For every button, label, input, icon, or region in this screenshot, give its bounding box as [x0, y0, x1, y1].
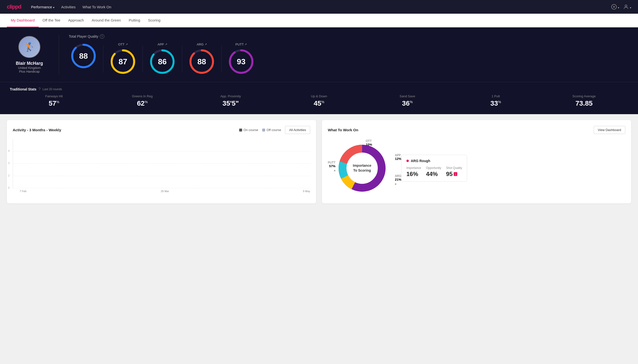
stat-up-and-down: Up & Down 45% — [275, 94, 363, 107]
stat-1-putt: 1 Putt 33% — [452, 94, 540, 107]
donut-chart-wrapper: Importance To Scoring PUTT 57% OTT 10% — [328, 139, 396, 198]
putt-label: PUTT ↗ — [236, 42, 247, 46]
score-app-value: 86 — [158, 57, 167, 66]
x-label-may: 9 May — [213, 190, 310, 193]
putt-dot — [334, 170, 335, 171]
circle-arg: 88 — [188, 48, 215, 75]
score-putt-value: 93 — [237, 57, 246, 66]
scores-section: Total Player Quality ? 88 — [69, 34, 628, 75]
all-activities-button[interactable]: All Activities — [285, 126, 310, 134]
arg-label: ARG ↗ — [196, 42, 207, 46]
arg-metric-opportunity: Opportunity 44% — [426, 166, 441, 178]
wtw-card-header: What To Work On View Dashboard — [328, 126, 625, 134]
legend-off-course: Off course — [262, 128, 281, 132]
activity-header-right: On course Off course All Activities — [239, 126, 310, 134]
putt-arrow-icon: ↗ — [245, 43, 247, 46]
wtw-card: What To Work On View Dashboard Importanc… — [322, 120, 631, 204]
chart-grid: 4 3 2 0 — [13, 139, 310, 188]
hero-inner: 🏌️ Blair McHarg United Kingdom Plus Hand… — [10, 34, 628, 75]
legend-on-course: On course — [239, 128, 258, 132]
arg-metric-importance: Importance 16% — [406, 166, 421, 178]
arg-metric-shot-quality: Shot Quality 95 ↓ — [446, 166, 462, 178]
tab-approach[interactable]: Approach — [64, 14, 88, 28]
bars-container — [15, 139, 310, 188]
tab-putting[interactable]: Putting — [125, 14, 144, 28]
score-app: APP ↗ 86 — [148, 42, 177, 75]
tab-around-the-green[interactable]: Around the Green — [88, 14, 125, 28]
bottom-section: Activity - 3 Months - Weekly On course O… — [0, 114, 638, 209]
hero-divider — [59, 35, 59, 74]
trad-stats-help-icon[interactable]: ? — [39, 87, 41, 92]
activity-legend: On course Off course — [239, 128, 281, 132]
tpq-help-icon[interactable]: ? — [100, 34, 104, 38]
score-total-value: 88 — [79, 52, 88, 61]
donut-label-putt: PUTT 57% — [328, 161, 335, 172]
donut-center-label: Importance To Scoring — [353, 163, 371, 173]
arg-card-dot — [406, 160, 409, 162]
ott-label: OTT ↗ — [118, 42, 128, 46]
stats-row: Fairways Hit 57% Greens In Reg 62% App. … — [10, 94, 628, 107]
arg-info-card: ARG Rough Importance 16% Opportunity 44% — [401, 155, 467, 182]
score-ott-value: 87 — [118, 57, 127, 66]
stat-fairways-hit: Fairways Hit 57% — [10, 94, 98, 107]
svg-point-3 — [625, 5, 627, 7]
tpq-label: Total Player Quality ? — [69, 34, 628, 38]
score-total: 88 — [69, 42, 98, 75]
score-ott: OTT ↗ 87 — [108, 42, 138, 75]
x-label-feb: 7 Feb — [20, 190, 117, 193]
ott-arrow-icon: ↗ — [126, 43, 128, 46]
nav-performance[interactable]: Performance — [31, 5, 54, 9]
score-arg-value: 88 — [197, 57, 206, 66]
nav-links: Performance Activities What To Work On — [31, 5, 611, 9]
tab-scoring[interactable]: Scoring — [144, 14, 164, 28]
shot-quality-badge: ↓ — [454, 172, 458, 176]
app-logo[interactable]: clippd — [7, 4, 21, 10]
donut-label-ott: OTT 10% — [366, 139, 372, 146]
hero-section: 🏌️ Blair McHarg United Kingdom Plus Hand… — [0, 28, 638, 82]
circle-ott: 87 — [109, 48, 136, 75]
legend-off-course-dot — [262, 128, 265, 132]
grid-label-2: 2 — [8, 174, 10, 177]
arg-dot-2 — [395, 183, 396, 185]
activity-card-header: Activity - 3 Months - Weekly On course O… — [13, 126, 310, 134]
tab-my-dashboard[interactable]: My Dashboard — [7, 14, 39, 28]
donut-label-app: APP 12% — [395, 154, 401, 160]
arg-metrics: Importance 16% Opportunity 44% Shot Qual… — [406, 166, 462, 178]
score-divider-1 — [103, 46, 103, 72]
tab-off-the-tee[interactable]: Off the Tee — [39, 14, 64, 28]
chart-x-labels: 7 Feb 28 Mar 9 May — [13, 190, 310, 193]
add-chevron-icon — [618, 4, 619, 10]
bar-chart: 4 3 2 0 — [13, 139, 310, 193]
nav-what-to-work-on[interactable]: What To Work On — [83, 5, 111, 9]
player-info: 🏌️ Blair McHarg United Kingdom Plus Hand… — [10, 36, 49, 73]
score-divider-2 — [142, 46, 143, 72]
nav-right-actions — [611, 4, 631, 10]
score-divider-4 — [221, 46, 222, 72]
donut-section: Importance To Scoring PUTT 57% OTT 10% — [328, 139, 625, 198]
avatar: 🏌️ — [18, 36, 40, 58]
wtw-card-title: What To Work On — [328, 128, 358, 132]
circle-total: 88 — [70, 42, 97, 70]
player-country: United Kingdom — [18, 66, 41, 70]
top-navigation: clippd Performance Activities What To Wo… — [0, 0, 638, 14]
donut-label-arg: ARG 21% — [395, 174, 401, 186]
grid-label-1: 0 — [8, 186, 10, 189]
player-handicap: Plus Handicap — [19, 70, 40, 73]
trad-stats-header: Traditional Stats ? Last 20 rounds — [10, 87, 628, 92]
activity-card-title: Activity - 3 Months - Weekly — [13, 128, 61, 132]
trad-stats-subtitle: Last 20 rounds — [43, 88, 62, 91]
stat-greens-in-reg: Greens In Reg 62% — [98, 94, 186, 107]
user-menu-button[interactable] — [623, 4, 631, 10]
stat-app-proximity: App. Proximity 35'5" — [186, 94, 275, 107]
stat-scoring-average: Scoring Average 73.85 — [540, 94, 628, 107]
tab-bar: My Dashboard Off the Tee Approach Around… — [0, 14, 638, 28]
grid-label-4: 4 — [8, 149, 10, 152]
circle-app: 86 — [149, 48, 176, 75]
x-label-mar: 28 Mar — [117, 190, 214, 193]
app-arrow-icon: ↗ — [165, 43, 167, 46]
score-cards: 88 OTT ↗ 87 — [69, 42, 628, 75]
trad-stats-title: Traditional Stats — [10, 87, 37, 91]
add-button[interactable] — [611, 4, 619, 10]
view-dashboard-button[interactable]: View Dashboard — [594, 126, 625, 134]
nav-activities[interactable]: Activities — [61, 5, 76, 9]
